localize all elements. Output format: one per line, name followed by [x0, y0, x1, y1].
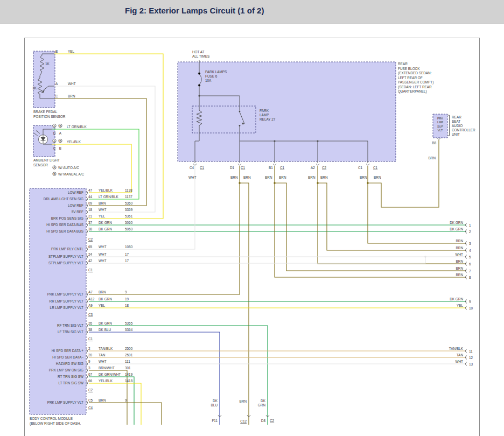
bcm-row-function: PRK LMP SW ON SIG [49, 368, 83, 372]
bcm-row-function: RR LMP SUPPLY VLT [50, 299, 84, 303]
option-a-symbol: A [53, 124, 55, 128]
terminal-number: 3 [469, 242, 471, 245]
bcm-row-color: BRN/WHT [99, 366, 115, 370]
bcm-connector-label: C1 [88, 337, 93, 341]
bcm-row-function: HI SPD SER DATA - [52, 355, 83, 359]
bcm-row-color: BRN [99, 201, 106, 205]
box-text: LMP [437, 121, 443, 124]
wiring-diagram: 1K 3K B YEL A WHT C BRN BRAKE PEDAL POSI… [0, 0, 504, 436]
bcm-row-color: WHT [99, 259, 107, 263]
terminal-number: 12 [469, 356, 473, 360]
bcm-row-circuit: 2500 [125, 347, 133, 350]
wire-color-label: BRN [374, 175, 381, 179]
unit-name: SEAT [452, 119, 460, 123]
terminal-number: 6 [469, 262, 471, 266]
wire-color-label: BRN [240, 399, 247, 403]
bcm-row-function: LF TRN SIG VLT [58, 330, 83, 334]
bcm-row-color: WHT [99, 360, 107, 363]
bcm-row-circuit: 111 [125, 360, 130, 363]
bcm-row-pin: 42 [88, 259, 93, 263]
wire-color-label: BRN [68, 94, 75, 98]
bcm-row-color: YEL/BLK [99, 188, 113, 192]
junction-dot [274, 182, 276, 184]
connector-name-label: C1 [241, 166, 246, 170]
bcm-row-circuit: 9 [125, 398, 127, 402]
terminal-number: 11 [469, 349, 473, 353]
bcm-row-circuit: 5360 [125, 201, 133, 205]
bcm-row-circuit: 1137 [125, 195, 132, 199]
fuse-block-location: REAR [398, 62, 408, 66]
bcm-row-pin: 21 [88, 214, 93, 218]
bcm-row-color: DK GRN [99, 227, 112, 231]
bcm-row-pin: 67 [88, 372, 93, 376]
legend-b-symbol: B [53, 172, 55, 175]
terminal-wire-label: BRN [456, 266, 464, 270]
box-text: SUP [437, 125, 443, 128]
connector-name-label: C2 [270, 419, 275, 423]
wire-color-label: BRN [320, 175, 328, 179]
pin-label: B [59, 146, 61, 150]
connector-pin-label: A2 [311, 166, 315, 170]
wire-color-label: LT GRN/BLK [67, 125, 87, 129]
bcm-row-function: LOW REF [68, 191, 83, 194]
fuse-terminal [198, 73, 200, 75]
bcm-row-function: STPLMP SUPPLY VLT [48, 261, 83, 265]
connector-name-label: C1 [200, 166, 205, 170]
resistor-3k-label: 3K [32, 86, 37, 90]
bcm-row-pin: 37 [88, 221, 93, 224]
bcm-row-function: PRK LMP SUPPLY VLT [47, 400, 83, 404]
pin-label-b: B [55, 50, 58, 53]
bcm-row-circuit: 1138 [125, 188, 132, 192]
legend-b-text: W/ MANUAL A/C [58, 172, 84, 176]
fuse-block-location: (SEDAN: LEFT REAR [398, 85, 432, 89]
bcm-connector-label: C1 [88, 268, 93, 272]
bcm-row-function: DRL AMB LGHT SEN SIG [44, 197, 83, 201]
bcm-connector-label: C3 [88, 313, 93, 317]
bcm-row-pin: 26 [88, 321, 93, 325]
resistor-1k-label: 1K [45, 62, 50, 66]
bcm-row-pin: 47 [88, 188, 93, 192]
bcm-row-pin: 65 [88, 245, 93, 249]
fuse-name-label: PARK LAMPS [205, 70, 227, 74]
connector-name-label: C1 [373, 166, 378, 170]
bcm-row-circuit: 1419 [125, 372, 133, 376]
wire-color-label: BRN [265, 175, 272, 179]
bcm-row-circuit: 5365 [125, 321, 133, 325]
wire-color-label: YEL [68, 50, 75, 53]
junction-dot [317, 140, 318, 142]
fuse-block-location: FUSE BLOCK [398, 67, 420, 71]
bcm-row-color: DK BLU [99, 328, 111, 332]
terminal-wire-label: WHT [455, 360, 463, 363]
terminal-number: 5 [469, 255, 471, 259]
terminal-wire-label: BRN [456, 239, 464, 243]
bcm-row-circuit: 1418 [125, 379, 133, 383]
terminal-wire-label: BRN [456, 273, 464, 277]
component-name: AMBIENT LIGHT [33, 158, 60, 162]
pin-label: A [59, 131, 62, 135]
component-name: POSITION SENSOR [33, 115, 66, 118]
junction-dot [239, 182, 241, 184]
terminal-wire-label: DK GRN [450, 297, 463, 301]
bcm-row-pin: 44 [88, 195, 93, 199]
bcm-location: (BELOW RIGHT SIDE OF DASH. [30, 421, 81, 426]
unit-name: AUDIO [452, 124, 463, 128]
pin-label: D [53, 131, 56, 135]
terminal-wire-label: DK GRN [450, 227, 463, 231]
bcm-row-pin: 24 [88, 252, 93, 256]
box-text: PRK [437, 117, 443, 120]
bcm-row-pin: A7 [88, 290, 93, 294]
bcm-row-pin: 38 [88, 328, 93, 332]
bcm-row-color: YEL [99, 214, 106, 218]
terminal-number: 10 [469, 306, 473, 310]
bcm-row-pin: C5 [88, 398, 93, 402]
bcm-row-color: WHT [99, 252, 107, 256]
fuse-block-location: PASSENGER COMPT) [398, 80, 433, 85]
terminal-number: 13 [469, 362, 473, 366]
relay-name-label: PARK [260, 109, 269, 112]
terminal-wire-label: TAN/BLK [449, 347, 464, 350]
bcm-row-circuit: 5364 [125, 328, 133, 332]
wire-color-label: GRN [258, 403, 266, 407]
bcm-row-color: YEL [99, 304, 106, 307]
option-b-symbol: B [59, 124, 61, 128]
bcm-row-circuit: 2501 [125, 353, 133, 357]
